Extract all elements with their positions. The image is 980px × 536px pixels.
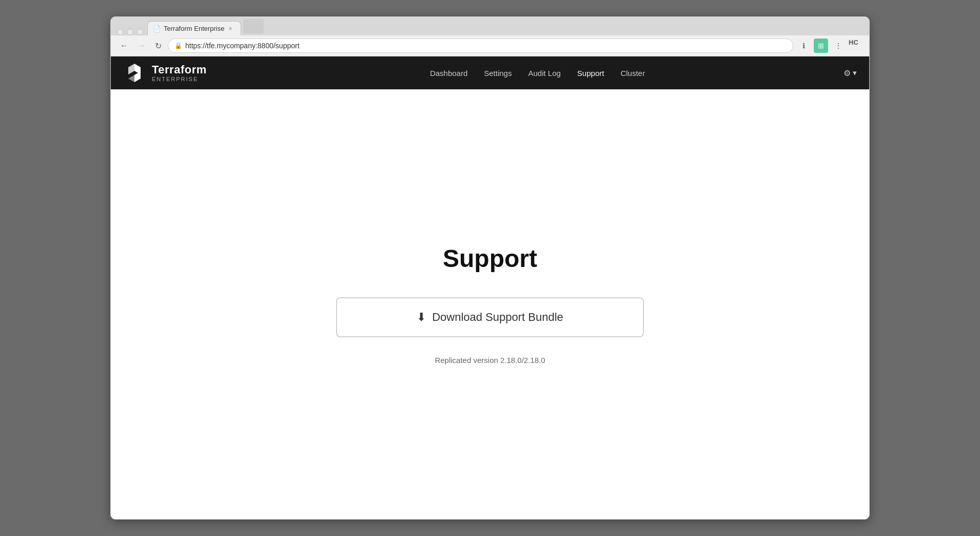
- tab-page-icon: 📄: [153, 25, 161, 32]
- logo-text: Terraform ENTERPRISE: [152, 64, 207, 82]
- svg-marker-1: [128, 64, 134, 74]
- url-input[interactable]: [185, 42, 787, 50]
- maximize-window-button[interactable]: [136, 29, 143, 35]
- browser-window: 📄 Terraform Enterprise × ← → ↻ 🔒 ℹ ⊞ ⋮ H…: [110, 16, 870, 520]
- main-content: Support ⬇ Download Support Bundle Replic…: [111, 89, 869, 519]
- menu-button[interactable]: ⋮: [831, 39, 846, 53]
- forward-button[interactable]: →: [134, 39, 149, 52]
- version-text: Replicated version 2.18.0/2.18.0: [435, 356, 545, 365]
- extension-icon[interactable]: ⊞: [814, 39, 828, 53]
- logo-title: Terraform: [152, 64, 207, 76]
- close-window-button[interactable]: [117, 29, 124, 35]
- settings-menu[interactable]: ⚙ ▾: [844, 68, 857, 78]
- back-button[interactable]: ←: [117, 39, 131, 52]
- info-button[interactable]: ℹ: [796, 39, 811, 53]
- reload-button[interactable]: ↻: [152, 39, 165, 53]
- nav-bar: ← → ↻ 🔒 ℹ ⊞ ⋮ HC: [111, 35, 869, 56]
- page-title: Support: [443, 244, 537, 273]
- security-lock-icon: 🔒: [174, 42, 182, 49]
- tab-close-button[interactable]: ×: [227, 25, 233, 32]
- tab-title: Terraform Enterprise: [164, 25, 224, 32]
- address-bar: 🔒: [168, 39, 793, 53]
- app-logo: Terraform ENTERPRISE: [123, 62, 207, 84]
- nav-link-support[interactable]: Support: [577, 69, 604, 78]
- profile-badge[interactable]: HC: [849, 39, 863, 53]
- logo-subtitle: ENTERPRISE: [152, 76, 207, 82]
- window-controls: [117, 29, 143, 35]
- nav-link-audit-log[interactable]: Audit Log: [528, 69, 560, 78]
- svg-marker-2: [134, 71, 141, 82]
- nav-link-cluster[interactable]: Cluster: [620, 69, 645, 78]
- browser-tab[interactable]: 📄 Terraform Enterprise ×: [147, 21, 241, 35]
- new-tab-button[interactable]: [243, 19, 264, 33]
- terraform-logo-icon: [123, 62, 146, 84]
- tab-bar: 📄 Terraform Enterprise ×: [111, 17, 869, 35]
- download-button-label: Download Support Bundle: [432, 311, 563, 324]
- download-icon: ⬇: [417, 311, 426, 324]
- svg-marker-3: [128, 75, 134, 82]
- app-navbar: Terraform ENTERPRISE Dashboard Settings …: [111, 56, 869, 89]
- nav-link-dashboard[interactable]: Dashboard: [430, 69, 467, 78]
- nav-link-settings[interactable]: Settings: [484, 69, 512, 78]
- app-content: Terraform ENTERPRISE Dashboard Settings …: [111, 56, 869, 519]
- gear-icon: ⚙: [844, 68, 851, 78]
- settings-dropdown-arrow: ▾: [853, 68, 857, 78]
- download-support-bundle-button[interactable]: ⬇ Download Support Bundle: [336, 297, 644, 337]
- nav-actions: ℹ ⊞ ⋮ HC: [796, 39, 863, 53]
- app-nav-links: Dashboard Settings Audit Log Support Clu…: [231, 69, 844, 78]
- minimize-window-button[interactable]: [127, 29, 133, 35]
